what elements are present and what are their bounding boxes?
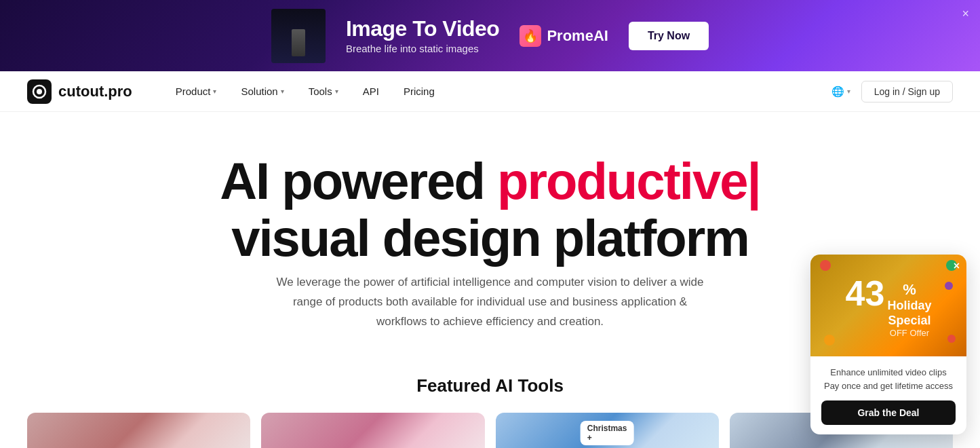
login-button[interactable]: Log in / Sign up [861, 81, 953, 102]
hero-prefix: AI powered [220, 152, 484, 210]
nav-tools-label: Tools [309, 86, 332, 97]
svg-point-1 [37, 89, 42, 94]
popup-banner: 43 % Holiday Special OFF Offer [810, 255, 966, 356]
hero-line2: visual design platform [231, 209, 749, 267]
nav-tools-chevron: ▾ [335, 88, 338, 95]
popup-cta-button[interactable]: Grab the Deal [821, 400, 956, 425]
nav-product-label: Product [176, 86, 211, 97]
ad-subtitle: Breathe life into static images [346, 43, 500, 54]
ornament-4 [945, 282, 953, 290]
nav-product[interactable]: Product ▾ [166, 81, 227, 101]
ad-image [271, 9, 326, 63]
popup-description: Enhance unlimited video clipsPay once an… [821, 366, 956, 392]
hero-subtitle: We leverage the power of artificial inte… [273, 273, 707, 332]
nav-pricing[interactable]: Pricing [394, 81, 444, 101]
nav-api[interactable]: API [353, 81, 389, 101]
ad-logo: 🔥 PromeAI [520, 25, 608, 47]
logo[interactable]: cutout.pro [27, 79, 132, 104]
featured-card-1[interactable]: ↺ [27, 413, 250, 448]
ad-logo-text: PromeAI [547, 27, 608, 45]
ad-title: Image To Video [346, 17, 500, 41]
popup-holiday-line1: Holiday [887, 299, 931, 314]
popup-percent-symbol: % [887, 281, 931, 299]
language-chevron: ▾ [847, 88, 850, 95]
popup-percent: 43 [846, 276, 885, 311]
ad-text-block: Image To Video Breathe life into static … [346, 17, 500, 54]
ornament-3 [824, 335, 835, 346]
ad-try-button[interactable]: Try Now [629, 22, 709, 50]
language-icon: 🌐 [831, 86, 844, 98]
popup-body: Enhance unlimited video clipsPay once an… [810, 356, 966, 434]
nav-solution-label: Solution [241, 86, 277, 97]
ad-close-button[interactable]: × [962, 7, 969, 21]
christmas-badge: Christmas+ [581, 421, 634, 445]
hero-highlight: productive [497, 152, 747, 210]
ornament-1 [820, 260, 831, 271]
popup-right-text: % Holiday Special OFF Offer [887, 276, 931, 338]
ad-logo-icon: 🔥 [520, 25, 541, 47]
popup-percent-row: 43 % Holiday Special OFF Offer [846, 276, 932, 338]
logo-svg [32, 84, 47, 99]
nav-right: 🌐 ▾ Log in / Sign up [831, 81, 953, 102]
nav-tools[interactable]: Tools ▾ [299, 81, 348, 101]
ad-banner: Image To Video Breathe life into static … [0, 0, 980, 71]
nav-solution[interactable]: Solution ▾ [231, 81, 293, 101]
nav-api-label: API [363, 86, 379, 97]
nav-links: Product ▾ Solution ▾ Tools ▾ API Pricing [166, 81, 831, 101]
hero-title: AI powered productive| visual design pla… [185, 153, 796, 266]
popup-offer-text: OFF Offer [887, 328, 931, 338]
language-button[interactable]: 🌐 ▾ [831, 86, 850, 98]
popup-close-button[interactable]: × [954, 260, 960, 272]
holiday-popup: × 43 % Holiday Special OFF Offer Enhance… [810, 255, 966, 434]
popup-holiday-line2: Special [887, 314, 931, 329]
nav-pricing-label: Pricing [404, 86, 435, 97]
featured-card-2[interactable]: ↺ [261, 413, 484, 448]
nav-solution-chevron: ▾ [281, 88, 284, 95]
featured-card-3[interactable]: Christmas+ ↺ [496, 413, 719, 448]
ornament-5 [947, 335, 956, 343]
nav-product-chevron: ▾ [213, 88, 216, 95]
logo-text: cutout.pro [58, 83, 132, 100]
popup-offer-block: 43 % Holiday Special OFF Offer [846, 276, 932, 338]
logo-icon [27, 79, 52, 104]
hero-cursor: | [747, 152, 760, 210]
navbar: cutout.pro Product ▾ Solution ▾ Tools ▾ … [0, 71, 980, 112]
